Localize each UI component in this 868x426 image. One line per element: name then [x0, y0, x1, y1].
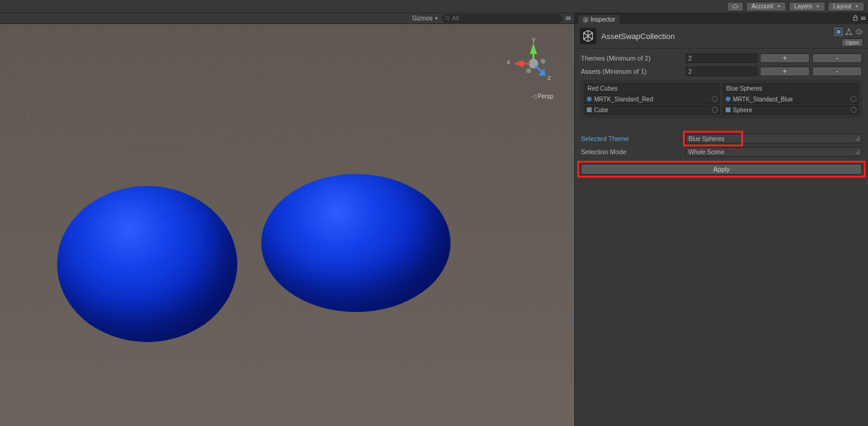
account-dropdown[interactable]: Account ▼ [746, 2, 786, 11]
asset-slot[interactable]: MRTK_Standard_Red [584, 94, 720, 104]
main-layout: Gizmos ▼ [0, 13, 868, 426]
scene-object-sphere[interactable] [261, 174, 451, 312]
inspector-panel: i Inspector AssetSwapCollection Open Th [575, 13, 868, 426]
themes-row: Themes (Minimum of 2) + - [581, 53, 862, 63]
panel-menu-icon[interactable] [861, 17, 866, 20]
chevron-down-icon: ▼ [816, 4, 820, 8]
chevron-down-icon: ▼ [434, 16, 439, 20]
x-axis-icon [513, 60, 524, 67]
gizmos-toggle[interactable]: Gizmos ▼ [412, 15, 439, 22]
top-toolbar: Account ▼ Layers ▼ Layout ▼ [0, 0, 868, 13]
asset-slot[interactable]: MRTK_Standard_Blue [723, 94, 858, 104]
apply-button[interactable]: Apply [581, 164, 862, 175]
chevron-down-icon: ▼ [777, 4, 781, 8]
scene-object-sphere[interactable] [57, 186, 237, 342]
scene-search[interactable] [442, 14, 562, 23]
themes-count-field[interactable] [685, 53, 757, 63]
asset-title: AssetSwapCollection [601, 32, 675, 41]
svg-point-0 [446, 16, 449, 19]
assets-label: Assets (Minimum of 1) [581, 68, 683, 75]
svg-point-6 [526, 68, 531, 73]
tab-label: Inspector [590, 16, 615, 23]
layers-label: Layers [794, 3, 812, 10]
apply-wrap: Apply [581, 164, 862, 175]
scene-viewport[interactable]: y x z ◁Persp [0, 24, 574, 426]
svg-point-18 [726, 97, 730, 101]
material-icon [586, 96, 592, 102]
object-picker-icon[interactable] [851, 107, 857, 113]
prefab-icon [586, 107, 592, 113]
theme-title-field[interactable]: Blue Spheres [723, 83, 858, 93]
scene-toolbar: Gizmos ▼ [0, 13, 574, 24]
svg-rect-11 [837, 30, 840, 34]
theme-column-blue-spheres: Blue Spheres MRTK_Standard_Blue Sphere [723, 83, 858, 115]
themes-remove-button[interactable]: - [812, 53, 862, 63]
selection-mode-label: Selection Mode [581, 148, 683, 155]
orientation-gizmo[interactable]: y x z [509, 40, 557, 88]
y-axis-icon [530, 43, 537, 54]
asset-header: AssetSwapCollection Open [575, 24, 868, 49]
grid-line [1, 113, 574, 164]
object-picker-icon[interactable] [712, 107, 718, 113]
scene-menu-icon[interactable] [566, 17, 571, 20]
search-icon [445, 16, 451, 21]
object-picker-icon[interactable] [712, 96, 718, 102]
svg-rect-17 [587, 107, 592, 112]
tab-inspector[interactable]: i Inspector [577, 14, 621, 24]
chevron-down-icon: ▼ [855, 4, 859, 8]
grid-line [441, 57, 529, 426]
svg-point-16 [587, 97, 592, 101]
persp-arrow-icon: ◁ [532, 93, 536, 100]
search-input[interactable] [451, 15, 559, 22]
svg-rect-9 [854, 17, 857, 20]
open-button[interactable]: Open [842, 38, 863, 47]
layers-dropdown[interactable]: Layers ▼ [789, 2, 825, 11]
prefab-icon[interactable] [834, 28, 843, 36]
z-axis-label: z [548, 74, 551, 81]
asset-slot[interactable]: Cube [584, 105, 720, 115]
scene-pane: Gizmos ▼ [0, 13, 575, 426]
asset-slot[interactable]: Sphere [723, 105, 858, 115]
lock-icon[interactable] [852, 15, 858, 21]
layout-dropdown[interactable]: Layout ▼ [828, 2, 864, 11]
cloud-icon [732, 4, 738, 10]
selection-mode-dropdown[interactable]: Whole Scene [685, 147, 862, 157]
y-axis-label: y [532, 36, 535, 43]
inspector-body: Themes (Minimum of 2) + - Assets (Minimu… [575, 49, 868, 179]
account-label: Account [751, 3, 773, 10]
selected-theme-label: Selected Theme [581, 135, 683, 142]
assets-count-field[interactable] [685, 67, 757, 76]
inspector-tab-bar: i Inspector [575, 13, 868, 24]
projection-label[interactable]: ◁Persp [532, 93, 553, 100]
theme-grid: Red Cubes MRTK_Standard_Red Cube Blue Sp… [581, 80, 862, 118]
object-picker-icon[interactable] [851, 96, 857, 102]
info-icon: i [583, 17, 589, 23]
svg-rect-19 [726, 107, 730, 112]
svg-point-15 [857, 30, 861, 34]
svg-line-1 [449, 19, 450, 20]
selected-theme-row: Selected Theme Blue Spheres [581, 134, 862, 143]
network-icon[interactable] [845, 28, 853, 36]
svg-point-5 [541, 59, 545, 64]
themes-label: Themes (Minimum of 2) [581, 55, 683, 62]
selection-mode-row: Selection Mode Whole Scene [581, 147, 862, 157]
assets-row: Assets (Minimum of 1) + - [581, 67, 862, 76]
cloud-button[interactable] [727, 2, 744, 11]
unity-logo-icon [580, 28, 596, 44]
assets-remove-button[interactable]: - [812, 67, 862, 76]
gizmos-label: Gizmos [412, 15, 432, 22]
svg-line-4 [536, 66, 542, 72]
assets-add-button[interactable]: + [760, 67, 810, 76]
layout-label: Layout [833, 3, 851, 10]
gear-icon[interactable] [855, 28, 863, 36]
themes-add-button[interactable]: + [760, 53, 810, 63]
selected-theme-dropdown[interactable]: Blue Spheres [685, 134, 862, 143]
material-icon [725, 96, 731, 102]
theme-title-field[interactable]: Red Cubes [584, 83, 720, 93]
theme-column-red-cubes: Red Cubes MRTK_Standard_Red Cube [584, 83, 720, 115]
prefab-icon [725, 107, 731, 113]
x-axis-label: x [507, 59, 510, 65]
